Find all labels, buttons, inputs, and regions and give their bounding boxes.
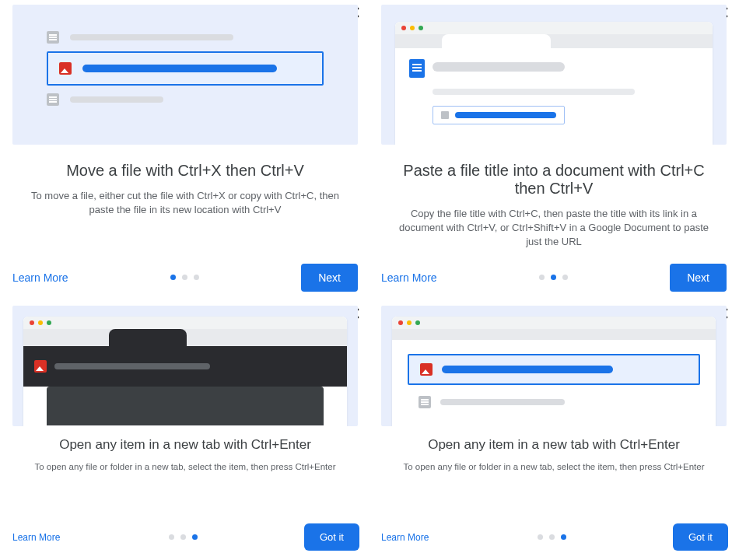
selected-link-box <box>433 106 565 124</box>
image-icon <box>420 363 433 376</box>
learn-more-link[interactable]: Learn More <box>12 271 68 284</box>
got-it-button[interactable]: Got it <box>306 525 358 549</box>
doc-icon <box>47 31 59 44</box>
docs-icon <box>409 59 425 78</box>
placeholder-line <box>70 34 233 40</box>
illustration-paste-title <box>381 5 727 145</box>
selected-line <box>442 366 613 373</box>
tip-footer: Learn More Got it <box>381 511 727 549</box>
tip-footer: Learn More Next <box>12 250 358 292</box>
pagination-dots <box>539 275 568 280</box>
tip-title: Open any item in a new tab with Ctrl+Ent… <box>12 437 358 453</box>
tip-description: To open any file or folder in a new tab,… <box>381 460 727 473</box>
tip-card-paste-title: ✕ Paste a file title into a document wit… <box>373 5 734 298</box>
tip-description: To move a file, either cut the file with… <box>12 189 358 217</box>
next-button[interactable]: Next <box>670 264 727 292</box>
image-icon <box>34 360 47 373</box>
got-it-button[interactable]: Got it <box>674 525 727 549</box>
placeholder-line <box>54 363 210 369</box>
tip-title: Move a file with Ctrl+X then Ctrl+V <box>12 162 358 180</box>
selected-line <box>82 65 277 72</box>
pagination-dots <box>170 275 199 280</box>
tip-card-open-tab-light: ✕ Open any item in a new tab with Ctrl+E… <box>373 306 734 555</box>
placeholder-line <box>433 62 565 72</box>
tip-card-move-file: ✕ Move a file with Ctrl+X then Ctrl+V To… <box>5 5 366 298</box>
pagination-dots <box>538 534 566 540</box>
tip-card-open-tab-dark: ✕ Open any item in a new tab with Ctrl+E… <box>5 306 366 555</box>
illustration-move-file <box>12 5 358 145</box>
learn-more-link[interactable]: Learn More <box>381 271 437 284</box>
illustration-new-tab-light <box>381 306 727 426</box>
next-button[interactable]: Next <box>301 264 358 292</box>
image-icon <box>59 62 72 75</box>
learn-more-link[interactable]: Learn More <box>381 532 429 543</box>
placeholder-line <box>433 89 635 95</box>
tip-title: Paste a file title into a document with … <box>381 162 727 198</box>
doc-icon <box>47 93 59 106</box>
tip-description: To open any file or folder in a new tab,… <box>12 460 358 473</box>
illustration-new-tab-dark <box>12 306 358 426</box>
tip-footer: Learn More Next <box>381 250 727 292</box>
doc-icon <box>419 396 431 408</box>
placeholder-line <box>70 96 163 103</box>
pagination-dots <box>169 534 198 540</box>
placeholder-line <box>440 399 565 405</box>
tip-description: Copy the file title with Ctrl+C, then pa… <box>381 207 727 250</box>
tip-footer: Learn More Got it <box>12 511 358 549</box>
tip-title: Open any item in a new tab with Ctrl+Ent… <box>381 437 727 453</box>
learn-more-link[interactable]: Learn More <box>12 532 60 543</box>
